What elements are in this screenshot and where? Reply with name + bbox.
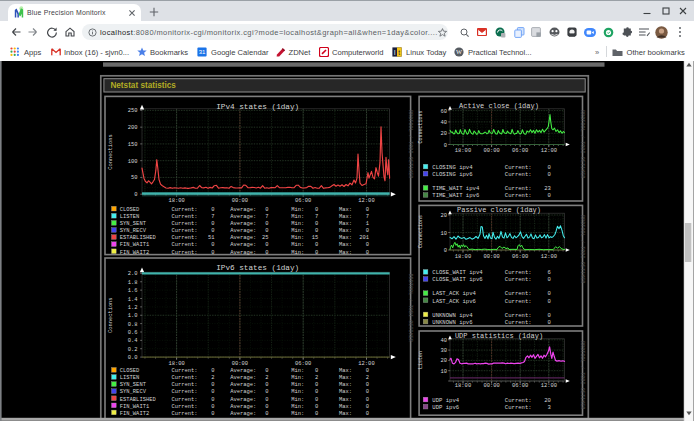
svg-text:40: 40 [440,119,447,126]
svg-text:0: 0 [265,410,268,417]
svg-text:0: 0 [265,381,268,388]
svg-text:RRDTOOL / TOBI OETIKER: RRDTOOL / TOBI OETIKER [407,274,413,343]
svg-text:18:00: 18:00 [455,253,471,260]
svg-text:0: 0 [211,367,214,374]
svg-text:Min:: Min: [291,388,304,395]
svg-text:l: l [394,49,395,56]
svg-text:0: 0 [315,206,318,213]
svg-text:1.0: 1.0 [128,312,138,319]
svg-text:Current:: Current: [505,269,532,276]
svg-text:0.4: 0.4 [128,337,138,344]
svg-text:CLOSE_WAIT ipv4: CLOSE_WAIT ipv4 [432,269,483,276]
svg-text:Current:: Current: [171,249,197,256]
svg-text:Average:: Average: [230,403,256,410]
svg-text:Current:: Current: [171,388,197,395]
svg-text:0: 0 [211,403,214,410]
svg-text:LAST_ACK ipv4: LAST_ACK ipv4 [432,290,476,297]
svg-text:2: 2 [211,374,214,381]
svg-text:Min:: Min: [291,213,304,220]
svg-text:Max:: Max: [339,403,352,410]
svg-text:Current:: Current: [171,234,197,241]
svg-text:Average:: Average: [230,234,256,241]
svg-text:CLOSING ipv6: CLOSING ipv6 [432,171,472,178]
svg-text:3: 3 [548,404,551,411]
svg-text:2.0: 2.0 [128,270,138,277]
svg-text:Connections: Connections [108,297,114,333]
svg-text:LAST_ACK ipv6: LAST_ACK ipv6 [432,298,476,305]
svg-text:0: 0 [134,191,137,198]
svg-text:0: 0 [366,206,369,213]
svg-text:0: 0 [366,381,369,388]
svg-text:Current:: Current: [171,206,197,213]
svg-text:0: 0 [315,249,318,256]
svg-text:TIME_WAIT ipv6: TIME_WAIT ipv6 [432,192,479,199]
svg-text:RRDTOOL / TOBI OETIKER: RRDTOOL / TOBI OETIKER [579,215,585,284]
svg-text:12:00: 12:00 [541,147,557,154]
svg-text:1: 1 [366,220,369,227]
svg-text:Min:: Min: [291,206,304,213]
svg-text:W: W [456,48,463,55]
svg-text:18:00: 18:00 [455,147,471,154]
svg-text:0: 0 [315,388,318,395]
svg-text:12:00: 12:00 [541,253,557,260]
svg-text:06:00: 06:00 [295,197,311,204]
svg-text:t: t [398,49,400,56]
svg-text:0: 0 [444,247,447,254]
svg-text:0: 0 [265,249,268,256]
svg-text:Listen: Listen [418,351,424,369]
svg-text:Netstat statistics: Netstat statistics [110,81,176,90]
svg-text:Average:: Average: [230,396,256,403]
svg-text:Min:: Min: [291,249,304,256]
svg-text:0: 0 [211,388,214,395]
svg-text:LISTEN: LISTEN [120,213,140,220]
svg-text:0.8: 0.8 [128,321,138,328]
svg-text:Current:: Current: [505,185,532,192]
svg-text:0: 0 [366,241,369,248]
svg-text:Min:: Min: [291,367,304,374]
svg-text:2: 2 [315,374,318,381]
svg-text:Current:: Current: [505,397,532,404]
svg-text:0: 0 [211,396,214,403]
svg-text:6: 6 [548,269,551,276]
svg-text:Max:: Max: [339,396,352,403]
svg-text:FIN_WAIT1: FIN_WAIT1 [120,241,149,248]
svg-text:CLOSED: CLOSED [120,367,140,374]
svg-text:UNKNOWN ipv6: UNKNOWN ipv6 [432,319,472,326]
svg-text:Current:: Current: [505,164,532,171]
svg-text:18:00: 18:00 [168,197,184,204]
svg-text:20: 20 [440,130,447,137]
svg-text:Current:: Current: [171,374,197,381]
svg-text:Average:: Average: [230,220,256,227]
svg-text:ESTABLISHED: ESTABLISHED [120,396,156,403]
svg-text:Max:: Max: [339,367,352,374]
svg-text:Current:: Current: [171,381,197,388]
svg-text:201: 201 [359,234,369,241]
svg-text:RRDTOOL / TOBI OETIKER: RRDTOOL / TOBI OETIKER [579,110,585,179]
svg-text:0: 0 [315,403,318,410]
svg-text:Current:: Current: [171,403,197,410]
svg-text:Max:: Max: [339,227,352,234]
svg-text:2: 2 [265,374,268,381]
svg-text:30: 30 [440,347,447,354]
svg-text:0: 0 [265,206,268,213]
svg-text:Average:: Average: [230,367,256,374]
svg-text:SYN_RECV: SYN_RECV [120,227,147,234]
svg-text:0: 0 [315,220,318,227]
svg-text:0: 0 [366,388,369,395]
svg-text:Min:: Min: [291,403,304,410]
svg-text:Current:: Current: [505,192,532,199]
svg-text:1.4: 1.4 [128,296,138,303]
svg-text:0: 0 [366,367,369,374]
svg-text:0: 0 [366,410,369,417]
svg-text:Current:: Current: [505,290,532,297]
svg-text:Current:: Current: [505,312,532,319]
svg-text:UDP statistics (1day): UDP statistics (1day) [455,332,543,340]
svg-text:Min:: Min: [291,396,304,403]
svg-text:RRDTOOL / TOBI OETIKER: RRDTOOL / TOBI OETIKER [579,341,585,410]
svg-text:7: 7 [315,213,318,220]
svg-text:0: 0 [265,227,268,234]
svg-text:50: 50 [131,174,138,181]
svg-text:IPv4 states (1day): IPv4 states (1day) [216,103,299,111]
svg-text:Current:: Current: [171,396,197,403]
svg-text:0: 0 [444,142,447,149]
